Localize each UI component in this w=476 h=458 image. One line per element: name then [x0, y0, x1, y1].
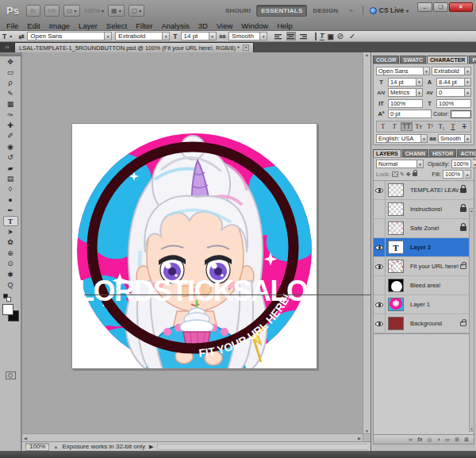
char-vscale-field[interactable]: 100%: [388, 99, 423, 108]
chevron-down-icon[interactable]: ▾: [209, 32, 217, 40]
toggle-panels-icon[interactable]: ▣: [328, 33, 334, 40]
layer-visibility-toggle[interactable]: [374, 295, 386, 314]
quick-selection-tool[interactable]: ✎: [0, 88, 21, 98]
layer-group-icon[interactable]: ▭: [445, 437, 451, 443]
opacity-arrow[interactable]: ▸: [473, 160, 476, 168]
text-orientation-icon[interactable]: ⇄: [18, 33, 24, 40]
healing-brush-tool[interactable]: ✚: [0, 120, 21, 130]
layer-thumbnail[interactable]: [386, 202, 406, 216]
type-style-button-4[interactable]: T¹: [425, 122, 436, 131]
delete-layer-icon[interactable]: ⊠: [464, 437, 469, 443]
layer-thumbnail[interactable]: [386, 298, 406, 311]
blend-mode-select[interactable]: Normal▾: [376, 160, 424, 168]
cancel-edits-icon[interactable]: ⊘: [337, 32, 344, 40]
main-title-text[interactable]: LORDSTICKSALOT: [77, 275, 317, 307]
layer-thumbnail[interactable]: T: [386, 241, 406, 254]
marquee-tool[interactable]: ▭: [0, 67, 21, 77]
language-select[interactable]: English: USA▾: [376, 134, 428, 143]
text-color-swatch[interactable]: [315, 33, 317, 40]
type-tool[interactable]: T: [3, 216, 18, 226]
anti-alias-select[interactable]: Smooth▾: [228, 32, 267, 40]
layer-style-icon[interactable]: fx: [417, 437, 422, 442]
char-size-field[interactable]: 14 pt▾: [388, 78, 423, 87]
layer-name[interactable]: Safe Zone!: [406, 225, 459, 232]
layer-row[interactable]: Instructions!: [374, 200, 474, 219]
layer-row[interactable]: Safe Zone!: [374, 219, 474, 238]
3d-rotate-tool[interactable]: ⊕: [0, 248, 21, 258]
fill-arrow[interactable]: ▸: [465, 170, 471, 179]
char-font-style-select[interactable]: Extrabold▾: [432, 67, 471, 75]
type-style-button-5[interactable]: T₁: [436, 122, 447, 131]
tab-character[interactable]: CHARACTER: [427, 56, 468, 64]
type-style-button-2[interactable]: TT: [401, 122, 413, 131]
type-style-button-3[interactable]: Tᴛ: [413, 122, 424, 131]
tab-color[interactable]: COLOR: [373, 56, 399, 64]
vertical-scrollbar[interactable]: ▲▼: [363, 52, 370, 433]
pen-tool[interactable]: ✒: [0, 205, 21, 215]
font-family-select[interactable]: Open Sans▾: [27, 32, 112, 40]
3d-orbit-tool[interactable]: ⊙: [0, 258, 21, 268]
menu-item-edit[interactable]: Edit: [27, 21, 40, 30]
char-hscale-field[interactable]: 100%: [436, 99, 471, 108]
align-center-button[interactable]: [286, 32, 296, 40]
status-menu-arrow[interactable]: ▶: [149, 444, 153, 450]
dodge-tool[interactable]: ●: [0, 194, 21, 205]
new-layer-icon[interactable]: ⊞: [455, 437, 459, 443]
history-brush-tool[interactable]: ↺: [0, 152, 21, 163]
char-kerning-field[interactable]: Metrics▾: [388, 88, 423, 97]
workspace-essentials[interactable]: ESSENTIALS: [256, 5, 307, 17]
menu-item-select[interactable]: Select: [106, 21, 127, 30]
tab-parag[interactable]: PARAG: [469, 56, 476, 64]
lock-move-icon[interactable]: ✥: [406, 171, 411, 178]
char-font-family-select[interactable]: Open Sans▾: [376, 67, 430, 75]
eyedropper-tool[interactable]: ✑: [0, 110, 21, 120]
brush-tool[interactable]: ✐: [0, 131, 21, 141]
layer-visibility-toggle[interactable]: [374, 200, 386, 218]
lock-transparency-icon[interactable]: [392, 171, 398, 177]
document-tab[interactable]: LSAL-TEMPLATE-1_5ROUNDBUTTON.psd @ 100% …: [14, 42, 254, 52]
hand-tool[interactable]: ✱: [0, 269, 21, 279]
layer-mask-icon[interactable]: ◎: [427, 437, 432, 443]
type-style-button-0[interactable]: T: [378, 122, 388, 131]
tool-preset-icon[interactable]: T: [2, 33, 6, 40]
tab-swatc[interactable]: SWATC: [400, 56, 426, 64]
font-style-select[interactable]: Extrabold▾: [115, 32, 170, 40]
clone-stamp-tool[interactable]: ◉: [0, 141, 21, 152]
menu-item-window[interactable]: Window: [241, 21, 268, 30]
align-left-button[interactable]: [274, 32, 283, 40]
cs-live-button[interactable]: CS Live▾: [370, 6, 409, 14]
char-leading-field[interactable]: 8.44 pt▾: [436, 78, 471, 87]
foreground-color-swatch[interactable]: [2, 304, 13, 315]
eraser-tool[interactable]: ▰: [0, 163, 21, 173]
menu-item-file[interactable]: File: [6, 21, 18, 30]
layer-row[interactable]: Layer 1: [374, 295, 474, 314]
crop-tool[interactable]: ▦: [0, 99, 21, 110]
tab-action[interactable]: ACTION: [457, 149, 476, 157]
warp-text-icon[interactable]: T: [320, 32, 324, 40]
lock-paint-icon[interactable]: ✎: [400, 171, 405, 178]
layer-name[interactable]: Background: [406, 320, 459, 327]
zoom-tool[interactable]: Q: [0, 279, 21, 290]
status-zoom-field[interactable]: 100%: [25, 443, 49, 451]
document-canvas[interactable]: FIT YOUR URL HERE! LORDSTICKSALOT: [71, 123, 317, 369]
shape-tool[interactable]: ✿: [0, 237, 21, 248]
workspace-shouri[interactable]: SHOURI: [221, 6, 255, 16]
workspace-design[interactable]: DESIGN: [309, 6, 342, 16]
layer-name[interactable]: Layer 1: [406, 301, 466, 308]
chevron-down-icon[interactable]: ▾: [163, 32, 170, 40]
layer-row[interactable]: Background: [374, 314, 474, 333]
chevron-down-icon[interactable]: ▾: [260, 32, 267, 40]
tab-layers[interactable]: LAYERS: [373, 149, 401, 157]
close-tab-icon[interactable]: ×: [243, 44, 249, 51]
type-style-button-7[interactable]: T: [459, 122, 470, 131]
tab-scroll-notch[interactable]: ››: [0, 42, 14, 52]
char-anti-alias-select[interactable]: Smooth▾: [438, 134, 471, 143]
layer-thumbnail[interactable]: [386, 279, 406, 292]
screen-mode-icon[interactable]: ▢▾: [129, 5, 145, 17]
canvas-area[interactable]: FIT YOUR URL HERE! LORDSTICKSALOT ▲▼ ◀▶: [22, 52, 370, 441]
bridge-icon[interactable]: Br: [26, 5, 40, 17]
layer-name[interactable]: Layer 2: [406, 244, 466, 251]
layer-visibility-toggle[interactable]: [374, 219, 386, 237]
layer-name[interactable]: TEMPLATE! LEAVE VI...: [406, 187, 459, 194]
char-tracking-field[interactable]: 0▾: [436, 88, 471, 97]
